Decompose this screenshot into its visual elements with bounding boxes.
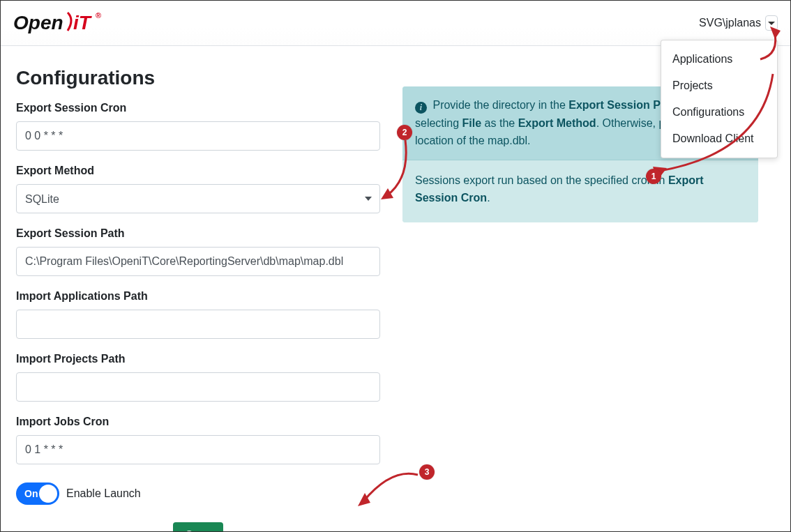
info-bottom: Sessions export run based on the specifi… xyxy=(402,160,758,222)
annotation-step-1: 1 xyxy=(646,169,661,184)
input-import-applications-path[interactable] xyxy=(16,310,380,339)
user-name: SVG\jplanas xyxy=(699,17,761,29)
label-export-session-cron: Export Session Cron xyxy=(16,102,380,114)
toggle-enable-launch[interactable]: On xyxy=(16,482,59,505)
svg-text:®: ® xyxy=(96,11,101,20)
annotation-step-2: 2 xyxy=(397,125,412,140)
dropdown-projects[interactable]: Projects xyxy=(661,73,777,99)
caret-down-icon[interactable] xyxy=(765,15,778,31)
user-dropdown: Applications Projects Configurations Dow… xyxy=(661,40,778,158)
input-export-session-path[interactable] xyxy=(16,247,380,276)
annotation-step-3: 3 xyxy=(419,464,435,480)
label-import-projects-path: Import Projects Path xyxy=(16,353,380,365)
input-import-jobs-cron[interactable] xyxy=(16,435,380,464)
dropdown-applications[interactable]: Applications xyxy=(661,46,777,73)
svg-text:Open: Open xyxy=(13,12,63,33)
user-menu[interactable]: SVG\jplanas xyxy=(699,15,778,31)
input-import-projects-path[interactable] xyxy=(16,372,380,402)
toggle-state-label: On xyxy=(24,488,38,499)
page-title: Configurations xyxy=(16,67,380,89)
label-export-session-path: Export Session Path xyxy=(16,227,380,240)
dropdown-configurations[interactable]: Configurations xyxy=(661,99,777,126)
label-import-applications-path: Import Applications Path xyxy=(16,290,380,303)
logo: Open iT ® xyxy=(13,10,104,36)
svg-text:iT: iT xyxy=(73,12,93,33)
input-export-session-cron[interactable] xyxy=(16,121,380,151)
label-import-jobs-cron: Import Jobs Cron xyxy=(16,416,380,428)
label-enable-launch: Enable Launch xyxy=(66,487,141,500)
label-export-method: Export Method xyxy=(16,165,380,177)
select-export-method[interactable]: SQLite xyxy=(16,184,380,213)
dropdown-download-client[interactable]: Download Client xyxy=(661,126,777,152)
save-button[interactable]: Save xyxy=(173,522,223,532)
info-icon: i xyxy=(415,102,427,114)
